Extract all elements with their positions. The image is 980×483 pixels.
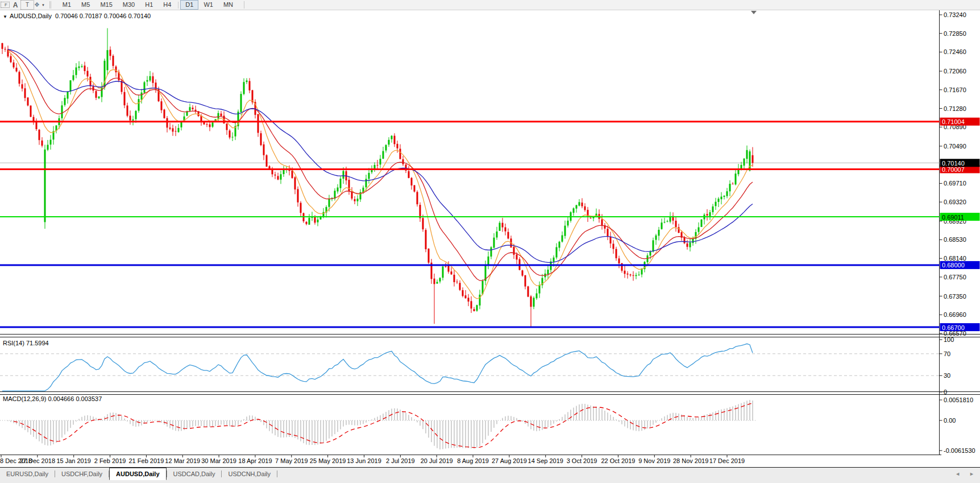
svg-text:12 Mar 2019: 12 Mar 2019 bbox=[165, 457, 200, 464]
toolbar-divider bbox=[244, 1, 244, 9]
svg-text:28 Nov 2019: 28 Nov 2019 bbox=[673, 457, 708, 464]
timeframe-button-m30[interactable]: M30 bbox=[118, 0, 140, 10]
text-label-icon[interactable]: A bbox=[10, 1, 20, 9]
svg-text:0.68530: 0.68530 bbox=[944, 236, 966, 243]
svg-text:13 Jun 2019: 13 Jun 2019 bbox=[347, 457, 381, 464]
chart-canvas[interactable]: 0.732400.728500.724600.720600.716700.712… bbox=[0, 0, 980, 483]
svg-text:0.70007: 0.70007 bbox=[942, 166, 965, 173]
timeframe-button-m15[interactable]: M15 bbox=[95, 0, 117, 10]
svg-text:30 Mar 2019: 30 Mar 2019 bbox=[201, 457, 236, 464]
tab-audusd-daily[interactable]: AUDUSD,Daily bbox=[109, 468, 166, 480]
svg-text:0.0051810: 0.0051810 bbox=[944, 397, 973, 403]
svg-text:8 Aug 2019: 8 Aug 2019 bbox=[457, 457, 489, 464]
svg-text:3 Oct 2019: 3 Oct 2019 bbox=[567, 457, 597, 464]
ohlc-values: 0.70046 0.70187 0.70046 0.70140 bbox=[55, 13, 151, 19]
svg-text:21 Feb 2019: 21 Feb 2019 bbox=[129, 457, 164, 464]
macd-indicator-label: MACD(12,26,9) 0.004666 0.003537 bbox=[3, 395, 102, 402]
tab-divider bbox=[277, 470, 277, 477]
fibonacci-icon-glyph: F bbox=[1, 2, 10, 8]
svg-text:30: 30 bbox=[944, 372, 950, 379]
svg-text:18 Apr 2019: 18 Apr 2019 bbox=[238, 457, 272, 464]
top-toolbar: F A T ❖▼ M1M5M15M30H1H4D1W1MN bbox=[0, 0, 980, 10]
svg-text:0.68000: 0.68000 bbox=[942, 262, 965, 269]
chart-tab-bar: EURUSD,DailyUSDCHF,DailyAUDUSD,DailyUSDC… bbox=[0, 467, 980, 483]
svg-text:100: 100 bbox=[944, 336, 954, 343]
tab-usdcad-daily[interactable]: USDCAD,Daily bbox=[167, 468, 222, 480]
svg-text:0.70140: 0.70140 bbox=[942, 160, 965, 167]
timeframe-button-m5[interactable]: M5 bbox=[76, 0, 95, 10]
timeframe-button-h1[interactable]: H1 bbox=[140, 0, 158, 10]
tab-usdchf-daily[interactable]: USDCHF,Daily bbox=[55, 468, 109, 480]
arrows-dropdown-icon[interactable]: ▼ bbox=[41, 3, 45, 7]
svg-text:15 Jan 2019: 15 Jan 2019 bbox=[56, 457, 91, 464]
svg-text:22 Oct 2019: 22 Oct 2019 bbox=[601, 457, 635, 464]
timeframe-button-mn[interactable]: MN bbox=[218, 0, 238, 10]
symbol-label: AUDUSD,Daily bbox=[10, 13, 52, 19]
svg-text:0.72850: 0.72850 bbox=[944, 30, 966, 37]
svg-text:0.69710: 0.69710 bbox=[944, 180, 966, 187]
svg-text:2 Jul 2019: 2 Jul 2019 bbox=[386, 457, 415, 464]
svg-text:14 Sep 2019: 14 Sep 2019 bbox=[528, 457, 563, 464]
tab-eurusd-daily[interactable]: EURUSD,Daily bbox=[0, 468, 55, 480]
fibonacci-icon[interactable]: F bbox=[0, 1, 10, 9]
svg-text:0.72460: 0.72460 bbox=[944, 48, 966, 55]
svg-text:0.69320: 0.69320 bbox=[944, 199, 966, 205]
chart-symbol-header: ▼AUDUSD,Daily 0.70046 0.70187 0.70046 0.… bbox=[3, 13, 151, 19]
svg-text:17 Dec 2019: 17 Dec 2019 bbox=[709, 457, 745, 464]
svg-text:27 Aug 2019: 27 Aug 2019 bbox=[492, 457, 527, 464]
svg-text:7 May 2019: 7 May 2019 bbox=[275, 457, 308, 464]
symbol-dropdown-icon[interactable]: ▼ bbox=[3, 14, 7, 19]
tab-usdcnh-daily[interactable]: USDCNH,Daily bbox=[222, 468, 277, 480]
svg-text:0.71670: 0.71670 bbox=[944, 86, 966, 93]
svg-text:70: 70 bbox=[944, 350, 950, 357]
timeframe-divider bbox=[178, 2, 178, 9]
svg-text:0.71280: 0.71280 bbox=[944, 105, 966, 112]
svg-text:0.73240: 0.73240 bbox=[944, 11, 966, 18]
timeframe-button-w1[interactable]: W1 bbox=[198, 0, 218, 10]
timeframe-button-d1[interactable]: D1 bbox=[180, 0, 198, 10]
timeframe-button-h4[interactable]: H4 bbox=[158, 0, 176, 10]
timeframe-toolbar: M1M5M15M30H1H4D1W1MN bbox=[57, 0, 238, 10]
svg-text:2 Feb 2019: 2 Feb 2019 bbox=[94, 457, 126, 464]
scroll-left-arrow[interactable]: ◄ bbox=[955, 471, 960, 477]
svg-text:0.71004: 0.71004 bbox=[942, 118, 965, 125]
svg-text:9 Nov 2019: 9 Nov 2019 bbox=[638, 457, 670, 464]
svg-text:0.67350: 0.67350 bbox=[944, 293, 966, 300]
toolbar-grip[interactable] bbox=[49, 1, 54, 9]
text-icon[interactable]: T bbox=[20, 0, 34, 10]
svg-text:25 May 2019: 25 May 2019 bbox=[310, 457, 346, 464]
arrows-icon-glyph: ❖ bbox=[34, 1, 40, 9]
scroll-right-arrow[interactable]: ► bbox=[969, 471, 974, 477]
svg-text:0.69011: 0.69011 bbox=[942, 214, 964, 221]
horizontal-scrollbar: ◄► bbox=[946, 471, 974, 477]
svg-text:0.68140: 0.68140 bbox=[944, 255, 966, 262]
svg-text:0: 0 bbox=[944, 389, 947, 395]
arrows-icon[interactable]: ❖▼ bbox=[34, 1, 45, 9]
timeframe-button-m1[interactable]: M1 bbox=[57, 0, 76, 10]
svg-text:0.67750: 0.67750 bbox=[944, 274, 966, 280]
svg-text:0.66960: 0.66960 bbox=[944, 311, 966, 318]
svg-text:0.00: 0.00 bbox=[944, 417, 956, 424]
svg-text:-0.0061530: -0.0061530 bbox=[944, 447, 975, 454]
svg-text:0.72060: 0.72060 bbox=[944, 68, 966, 75]
svg-text:20 Jul 2019: 20 Jul 2019 bbox=[421, 457, 453, 464]
svg-text:0.66700: 0.66700 bbox=[942, 324, 965, 331]
rsi-indicator-label: RSI(14) 71.5994 bbox=[3, 340, 49, 346]
svg-text:27 Dec 2018: 27 Dec 2018 bbox=[20, 457, 55, 464]
svg-text:0.70490: 0.70490 bbox=[944, 143, 966, 150]
